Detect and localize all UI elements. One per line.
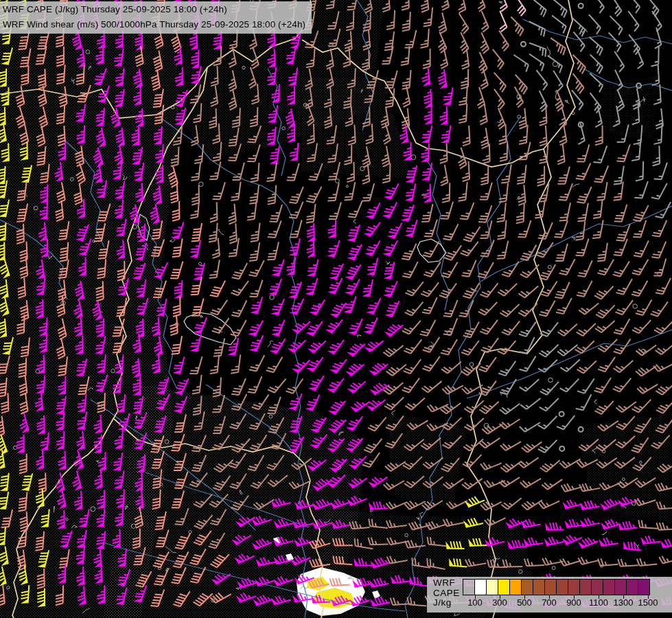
legend-tick-label: 100 — [461, 597, 489, 608]
legend-units-label: J/kg — [433, 598, 460, 608]
title-overlay: WRF CAPE (J/kg) Thursday 25-09-2025 18:0… — [0, 1, 312, 34]
legend-cell — [638, 579, 650, 595]
legend-cell — [474, 579, 487, 595]
legend-tick-label: 900 — [560, 597, 588, 608]
legend-cell — [626, 579, 638, 595]
legend-tick-label: 1300 — [610, 597, 637, 608]
legend-tick-label: 1500 — [634, 597, 662, 608]
legend-cell — [486, 579, 498, 595]
legend-variable-label: CAPE — [433, 588, 460, 599]
cape-legend: WRF CAPE J/kg 10030050070090011001300150… — [427, 577, 672, 613]
legend-cell — [568, 579, 580, 595]
legend-tick-label: 1100 — [585, 597, 612, 608]
legend-cell — [521, 579, 533, 595]
title-line-windshear: WRF Wind shear (m/s) 500/1000hPa Thursda… — [3, 17, 305, 32]
legend-cell — [509, 579, 522, 595]
legend-model-label: WRF — [433, 578, 460, 588]
legend-cell — [614, 579, 627, 595]
title-line-cape: WRF CAPE (J/kg) Thursday 25-09-2025 18:0… — [3, 2, 305, 17]
legend-cell — [498, 579, 510, 595]
legend-cell — [544, 579, 557, 595]
legend-color-scale — [463, 579, 650, 595]
legend-cell — [591, 579, 603, 595]
legend-cell — [603, 579, 615, 595]
legend-cell — [533, 579, 545, 595]
legend-tick-label: 500 — [511, 597, 538, 608]
legend-cell — [579, 579, 592, 595]
legend-name-block: WRF CAPE J/kg — [433, 578, 460, 608]
legend-cell — [556, 579, 568, 595]
map-canvas — [0, 0, 672, 618]
legend-tick-label: 700 — [535, 597, 563, 608]
legend-cell — [463, 579, 475, 595]
weather-map: WRF CAPE (J/kg) Thursday 25-09-2025 18:0… — [0, 0, 672, 618]
legend-tick-label: 300 — [486, 597, 513, 608]
